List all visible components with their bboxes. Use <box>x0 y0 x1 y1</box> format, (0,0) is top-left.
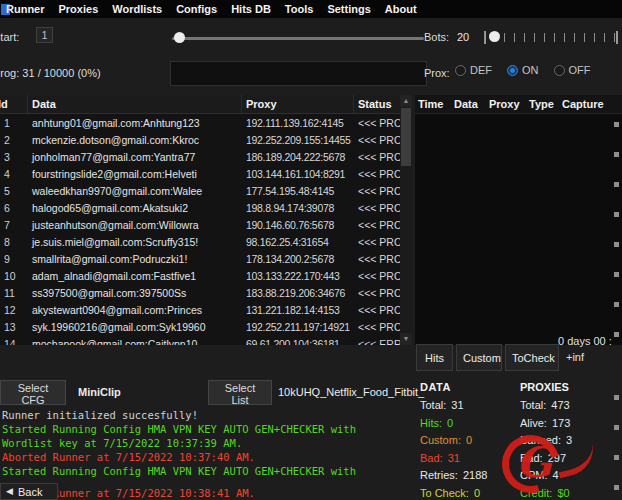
bots-slider[interactable] <box>484 29 618 45</box>
progress-label: Prog: 31 / 10000 (0%) <box>0 67 101 79</box>
results-col-proxy[interactable]: Proxy <box>242 95 354 113</box>
radio-label: OFF <box>569 64 591 76</box>
capture-col-time[interactable]: Time <box>415 95 451 113</box>
cell-id: 10 <box>0 270 28 282</box>
stat-bad-: Bad:31 <box>420 452 520 464</box>
capture-col-proxy[interactable]: Proxy <box>486 95 526 113</box>
stat-label: Hits: <box>420 417 442 429</box>
log-line: Runner initialized succesfully! <box>2 408 412 422</box>
table-row[interactable]: 7justeanhutson@gmail.com:Willowra190.146… <box>0 216 412 233</box>
table-row[interactable]: 10adam_alnadi@gmail.com:Fastfive1103.133… <box>0 267 412 284</box>
table-row[interactable]: 8je.suis.miel@gmail.com:Scruffy315!98.16… <box>0 233 412 250</box>
cell-proxy: 192.252.211.197:14921 <box>242 321 354 333</box>
table-row[interactable]: 6halogod65@gmail.com:Akatsuki2198.8.94.1… <box>0 199 412 216</box>
cell-proxy: 103.144.161.104:8291 <box>242 168 354 180</box>
stat-total-: Total:31 <box>420 399 520 411</box>
back-button-label: Back <box>18 486 42 498</box>
table-row[interactable]: 2mckenzie.dotson@gmail.com:Kkroc192.252.… <box>0 131 412 148</box>
scroll-down-icon[interactable]: ▼ <box>400 333 412 345</box>
stat-value: $0 <box>557 487 569 499</box>
data-stats: DATA Total:31Hits:0Custom:0Bad:31Retries… <box>420 381 520 500</box>
cell-proxy: 178.134.200.2:5678 <box>242 253 354 265</box>
stat-label: Credit: <box>520 487 552 499</box>
cell-proxy: 186.189.204.222:5678 <box>242 151 354 163</box>
capture-col-data[interactable]: Data <box>451 95 486 113</box>
cell-id: 13 <box>0 321 28 333</box>
table-row[interactable]: 11ss397500@gmail.com:397500Ss183.88.219.… <box>0 284 412 301</box>
scrollbar-thumb[interactable] <box>401 108 411 166</box>
table-row[interactable]: 4fourstringslide2@gmail.com:Helveti103.1… <box>0 165 412 182</box>
stat-value: 31 <box>448 452 460 464</box>
grip-dot <box>614 425 619 430</box>
proxy-mode-on[interactable]: ON <box>507 64 539 76</box>
menu-item-runner[interactable]: Runner <box>6 3 52 15</box>
slider-thumb[interactable] <box>489 31 500 42</box>
table-row[interactable]: 1anhtung01@gmail.com:Anhtung123192.111.1… <box>0 114 412 131</box>
stat-value: 2188 <box>463 469 487 481</box>
tab-custom[interactable]: Custom <box>456 344 502 371</box>
menu-item-tools[interactable]: Tools <box>278 3 321 15</box>
slider-ticks <box>484 33 618 42</box>
select-list-button[interactable]: Select List <box>208 380 272 405</box>
menu-item-configs[interactable]: Configs <box>169 3 224 15</box>
capture-col-capture[interactable]: Capture <box>559 95 622 113</box>
cell-id: 6 <box>0 202 28 214</box>
results-table: IdDataProxyStatus 1anhtung01@gmail.com:A… <box>0 95 412 345</box>
stat-label: Retries: <box>420 469 458 481</box>
menu-item-proxies[interactable]: Proxies <box>52 3 106 15</box>
stat-value: 31 <box>451 399 463 411</box>
select-cfg-button[interactable]: Select CFG <box>0 380 66 405</box>
cell-proxy: 69.61.200.104:36181 <box>242 338 354 346</box>
grip-dot <box>614 152 619 157</box>
menu-item-about[interactable]: About <box>378 3 424 15</box>
table-row[interactable]: 5waleedkhan9970@gmail.com:Walee177.54.19… <box>0 182 412 199</box>
cell-data: adam_alnadi@gmail.com:Fastfive1 <box>28 270 242 282</box>
capture-col-type[interactable]: Type <box>526 95 559 113</box>
cell-proxy: 192.111.139.162:4145 <box>242 117 354 129</box>
back-arrow-icon: ◀ <box>6 487 13 496</box>
cell-data: mckenzie.dotson@gmail.com:Kkroc <box>28 134 242 146</box>
scroll-up-icon[interactable]: ▲ <box>400 95 412 107</box>
stat-label: Bad: <box>420 452 443 464</box>
cell-proxy: 190.146.60.76:5678 <box>242 219 354 231</box>
stat-value: 473 <box>551 399 569 411</box>
progress-bar <box>170 61 427 86</box>
proxy-mode-group: DEFONOFF <box>455 64 591 76</box>
runner-log: Runner initialized succesfully!Started R… <box>2 408 412 500</box>
stat-value: 3 <box>566 434 572 446</box>
back-button[interactable]: ◀ Back <box>0 483 58 500</box>
selected-wordlist-name: 10kUHQ_Netflix_Food_Fitbit_ <box>278 386 424 398</box>
table-row[interactable]: 12akystewart0904@gmail.com:Princes131.22… <box>0 301 412 318</box>
elapsed-timer: 0 days 00 : <box>558 335 612 347</box>
stat-cpm-: CPM:4 <box>520 469 620 481</box>
start-slider[interactable] <box>172 31 424 45</box>
stat-value: 297 <box>548 452 566 464</box>
tab-hits[interactable]: Hits <box>416 344 453 371</box>
table-row[interactable]: 13syk.19960216@gmail.com:Syk19960192.252… <box>0 318 412 335</box>
log-line: Aborted Runner at 7/15/2022 10:37:40 AM. <box>2 450 412 464</box>
stat-label: Custom: <box>420 434 461 446</box>
slider-thumb[interactable] <box>174 32 185 43</box>
proxy-mode-def[interactable]: DEF <box>455 64 492 76</box>
tab-tocheck[interactable]: ToCheck <box>505 344 559 371</box>
bots-value: 20 <box>457 31 469 43</box>
bots-label: Bots: <box>424 31 449 43</box>
menu-item-settings[interactable]: Settings <box>320 3 377 15</box>
menu-item-wordlists[interactable]: Wordlists <box>105 3 169 15</box>
table-row[interactable]: 14mochanook@gmail.com:Caitlynn1069.61.20… <box>0 335 412 345</box>
cell-proxy: 183.88.219.206:34676 <box>242 287 354 299</box>
log-line: Wordlist key at 7/15/2022 10:37:39 AM. <box>2 436 412 450</box>
grip-dot <box>614 212 619 217</box>
menu-item-hits-db[interactable]: Hits DB <box>224 3 278 15</box>
table-row[interactable]: 9smallrita@gmail.com:Podruczki1!178.134.… <box>0 250 412 267</box>
results-col-id[interactable]: Id <box>0 95 28 113</box>
results-scrollbar[interactable]: ▲ ▼ <box>400 95 412 345</box>
cell-id: 5 <box>0 185 28 197</box>
stat-label: Banned: <box>520 434 561 446</box>
start-input[interactable] <box>36 27 53 43</box>
results-col-data[interactable]: Data <box>28 95 242 113</box>
stat-label: To Check: <box>420 487 469 499</box>
table-row[interactable]: 3jonholman77@gmail.com:Yantra77186.189.2… <box>0 148 412 165</box>
cell-id: 8 <box>0 236 28 248</box>
proxy-mode-off[interactable]: OFF <box>554 64 591 76</box>
